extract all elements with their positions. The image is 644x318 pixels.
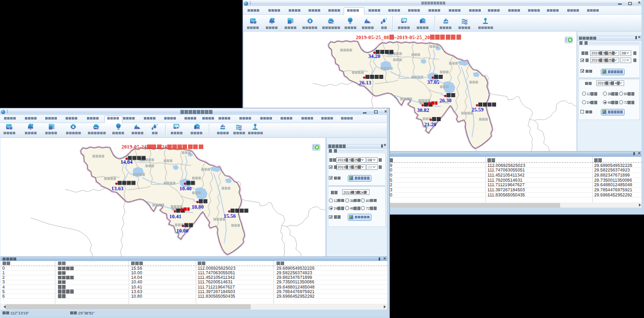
- svg-text:25.59: 25.59: [471, 107, 483, 112]
- svg-text:10.40: 10.40: [179, 186, 192, 191]
- svg-text:14.04: 14.04: [120, 159, 133, 165]
- svg-text:26.30: 26.30: [439, 98, 451, 103]
- svg-text:10.80: 10.80: [192, 204, 204, 210]
- svg-text:30.82: 30.82: [417, 107, 429, 113]
- svg-text:26.13: 26.13: [359, 79, 371, 85]
- svg-text:13.63: 13.63: [111, 186, 124, 191]
- svg-text:15.56: 15.56: [224, 213, 236, 219]
- svg-text:21.20: 21.20: [424, 122, 436, 127]
- svg-text:10.00: 10.00: [176, 228, 189, 234]
- svg-text:37.05: 37.05: [427, 79, 439, 85]
- svg-text:10.41: 10.41: [169, 214, 181, 219]
- svg-text:34.20: 34.20: [368, 53, 380, 59]
